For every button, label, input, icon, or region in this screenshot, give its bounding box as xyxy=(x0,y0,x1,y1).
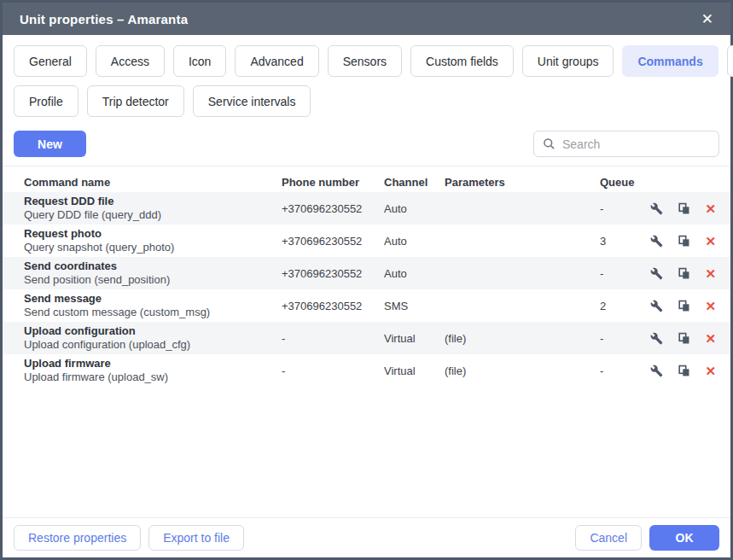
row-actions: ✕ xyxy=(643,300,730,312)
copy-icon[interactable] xyxy=(678,332,690,345)
tab-unit-groups[interactable]: Unit groups xyxy=(522,45,614,77)
queue-cell: - xyxy=(600,332,643,345)
tab-trip-detector[interactable]: Trip detector xyxy=(87,85,184,117)
copy-icon[interactable] xyxy=(678,365,690,377)
parameters-cell: (file) xyxy=(445,365,600,377)
tab-custom-fields[interactable]: Custom fields xyxy=(410,45,514,77)
delete-icon[interactable]: ✕ xyxy=(705,365,716,377)
dialog-footer: Restore properties Export to file Cancel… xyxy=(3,517,730,557)
tab-commands[interactable]: Commands xyxy=(622,45,718,77)
commands-table: Command name Phone number Channel Parame… xyxy=(3,166,730,517)
search-icon xyxy=(543,137,556,150)
phone-number-cell: +370696230552 xyxy=(282,300,384,312)
wrench-icon[interactable] xyxy=(650,365,663,377)
commands-toolbar: New xyxy=(3,127,730,166)
queue-cell: - xyxy=(600,202,643,215)
command-description: Query DDD file (query_ddd) xyxy=(24,208,282,222)
tab-icon[interactable]: Icon xyxy=(173,45,226,77)
tab-access[interactable]: Access xyxy=(96,45,165,77)
wrench-icon[interactable] xyxy=(650,202,663,215)
cancel-button[interactable]: Cancel xyxy=(575,525,642,551)
wrench-icon[interactable] xyxy=(650,332,663,345)
command-name: Upload configuration xyxy=(24,324,282,338)
close-icon[interactable]: ✕ xyxy=(698,10,717,28)
queue-cell: 3 xyxy=(600,235,643,248)
tab-general[interactable]: General xyxy=(14,45,87,77)
header-channel: Channel xyxy=(384,176,445,189)
header-queue: Queue xyxy=(600,176,643,189)
queue-cell: - xyxy=(600,365,643,377)
copy-icon[interactable] xyxy=(678,300,690,312)
tab-eco-driving[interactable]: Eco driving xyxy=(727,45,733,77)
tab-sensors[interactable]: Sensors xyxy=(328,45,402,77)
export-to-file-button[interactable]: Export to file xyxy=(148,525,244,551)
copy-icon[interactable] xyxy=(678,235,690,248)
row-actions: ✕ xyxy=(643,267,730,280)
command-description: Upload configuration (upload_cfg) xyxy=(24,338,282,352)
table-row[interactable]: Send coordinates Send position (send_pos… xyxy=(3,257,730,289)
delete-icon[interactable]: ✕ xyxy=(705,332,716,345)
dialog-titlebar: Unit properties – Amaranta ✕ xyxy=(3,3,730,35)
delete-icon[interactable]: ✕ xyxy=(705,202,716,215)
row-actions: ✕ xyxy=(643,235,730,248)
channel-cell: Virtual xyxy=(384,332,445,345)
parameters-cell: (file) xyxy=(445,332,600,345)
phone-number-cell: - xyxy=(282,332,384,345)
delete-icon[interactable]: ✕ xyxy=(705,235,716,248)
header-command-name: Command name xyxy=(24,176,282,189)
wrench-icon[interactable] xyxy=(650,235,663,248)
channel-cell: Auto xyxy=(384,267,445,280)
tab-service-intervals[interactable]: Service intervals xyxy=(193,85,311,117)
row-actions: ✕ xyxy=(643,332,730,345)
phone-number-cell: - xyxy=(282,365,384,377)
queue-cell: - xyxy=(600,267,643,280)
table-row[interactable]: Upload firmware Upload firmware (upload_… xyxy=(3,354,730,387)
wrench-icon[interactable] xyxy=(650,300,663,312)
restore-properties-button[interactable]: Restore properties xyxy=(14,525,141,551)
tab-row: ProfileTrip detectorService intervals xyxy=(14,85,719,117)
table-row[interactable]: Upload configuration Upload configuratio… xyxy=(3,322,730,354)
dialog-title: Unit properties – Amaranta xyxy=(20,12,188,26)
new-command-button[interactable]: New xyxy=(14,131,86,157)
delete-icon[interactable]: ✕ xyxy=(705,300,716,312)
search-input[interactable] xyxy=(562,137,710,151)
tab-row: GeneralAccessIconAdvancedSensorsCustom f… xyxy=(14,45,719,77)
phone-number-cell: +370696230552 xyxy=(282,202,384,215)
delete-icon[interactable]: ✕ xyxy=(705,267,716,280)
copy-icon[interactable] xyxy=(678,267,690,280)
command-name: Send message xyxy=(24,292,282,306)
phone-number-cell: +370696230552 xyxy=(282,267,384,280)
search-box[interactable] xyxy=(533,131,719,157)
ok-button[interactable]: OK xyxy=(649,525,719,551)
command-description: Upload firmware (upload_sw) xyxy=(24,370,282,384)
copy-icon[interactable] xyxy=(678,202,690,215)
channel-cell: SMS xyxy=(384,300,445,312)
wrench-icon[interactable] xyxy=(650,267,663,280)
row-actions: ✕ xyxy=(643,365,730,377)
header-phone-number: Phone number xyxy=(282,176,384,189)
command-name: Request DDD file xyxy=(24,195,282,208)
table-body: Request DDD file Query DDD file (query_d… xyxy=(3,192,730,387)
table-row[interactable]: Request photo Query snapshot (query_phot… xyxy=(3,225,730,257)
unit-properties-dialog: Unit properties – Amaranta ✕ GeneralAcce… xyxy=(0,0,733,560)
channel-cell: Auto xyxy=(384,235,445,248)
channel-cell: Virtual xyxy=(384,365,445,377)
command-description: Query snapshot (query_photo) xyxy=(24,241,282,254)
tabs-bar: GeneralAccessIconAdvancedSensorsCustom f… xyxy=(3,35,730,127)
table-header-row: Command name Phone number Channel Parame… xyxy=(3,166,730,192)
command-description: Send custom message (custom_msg) xyxy=(24,306,282,319)
command-name: Upload firmware xyxy=(24,357,282,370)
channel-cell: Auto xyxy=(384,202,445,215)
header-parameters: Parameters xyxy=(445,176,600,189)
command-name: Send coordinates xyxy=(24,260,282,273)
command-name: Request photo xyxy=(24,227,282,241)
phone-number-cell: +370696230552 xyxy=(282,235,384,248)
table-row[interactable]: Send message Send custom message (custom… xyxy=(3,289,730,322)
tab-advanced[interactable]: Advanced xyxy=(235,45,318,77)
command-description: Send position (send_position) xyxy=(24,273,282,287)
row-actions: ✕ xyxy=(643,202,730,215)
table-row[interactable]: Request DDD file Query DDD file (query_d… xyxy=(3,192,730,225)
tab-profile[interactable]: Profile xyxy=(14,85,79,117)
queue-cell: 2 xyxy=(600,300,643,312)
